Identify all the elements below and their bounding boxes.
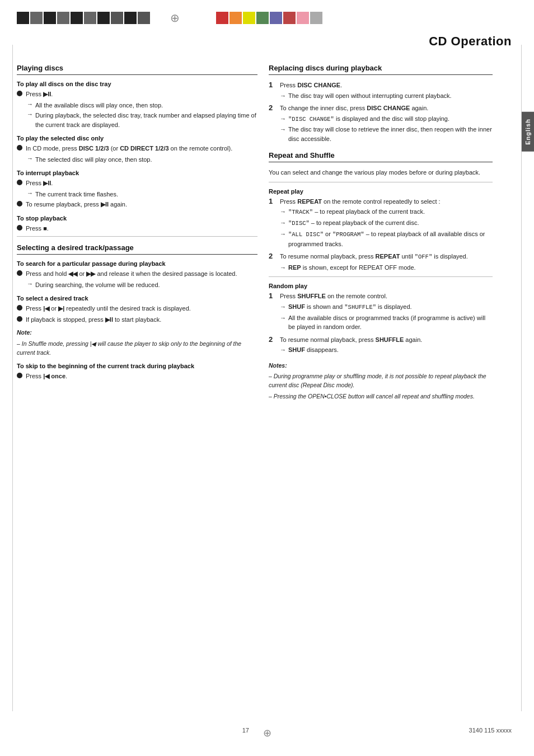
subsection-selected-disc: To play the selected disc only [17, 135, 257, 142]
bullet-dot [17, 316, 22, 322]
bullet-dot [17, 91, 22, 96]
sq9 [124, 12, 137, 24]
arrow-volume-reduced: → During searching, the volume will be r… [27, 280, 257, 290]
arrow-text: All the available discs or programmed tr… [288, 313, 493, 332]
bullet-text: Press |◀ or ▶| repeatedly until the desi… [26, 304, 257, 313]
repeat-numbered-1: 1 Press REPEAT on the remote control rep… [269, 197, 493, 250]
subsection-interrupt: To interrupt playback [17, 170, 257, 176]
bullet-dot [17, 225, 22, 231]
arrow-text: "DISC CHANGE" is displayed and the disc … [288, 114, 493, 124]
bullet-press-once: Press |◀ once. [17, 372, 257, 381]
bullet-dot [17, 180, 22, 185]
arrow-disc-change: → "DISC CHANGE" is displayed and the dis… [280, 114, 493, 124]
arrow-sym: → [280, 114, 286, 124]
random-numbered-2: 2 To resume normal playback, press SHUFF… [269, 335, 493, 356]
arrow-text: SHUF is shown and "SHUFFLE" is displayed… [288, 302, 493, 312]
arrow-text: The selected disc will play once, then s… [35, 155, 257, 165]
sq-r8 [310, 12, 322, 24]
bullet-text: Press ▶II. [26, 90, 257, 99]
bullet-dot [17, 201, 22, 206]
num-content: To resume normal playback, press REPEAT … [280, 252, 493, 273]
sq1 [17, 12, 29, 24]
arrow-text: The disc tray will open without interrup… [288, 91, 493, 101]
notes-label: Notes: [269, 361, 493, 370]
bullet-text: Press and hold ◀◀ or ▶▶ and release it w… [26, 269, 257, 279]
random-numbered-1: 1 Press SHUFFLE on the remote control. →… [269, 292, 493, 332]
sq-r4 [256, 12, 269, 24]
sq-r1 [216, 12, 228, 24]
sq8 [111, 12, 123, 24]
note-block: Note: – In Shuffle mode, pressing |◀ wil… [17, 328, 257, 357]
num-content: Press REPEAT on the remote control repea… [280, 197, 493, 250]
arrow-all-discs: → All the available discs will play once… [27, 101, 257, 110]
arrow-sym: → [280, 263, 286, 273]
sq2 [30, 12, 43, 24]
arrow-sym: → [27, 155, 33, 162]
color-squares-right [216, 12, 322, 24]
repeat-numbered-2: 2 To resume normal playback, press REPEA… [269, 252, 493, 273]
divider [269, 276, 493, 277]
arrow-sym: → [280, 302, 286, 312]
arrow-sym: → [280, 91, 286, 101]
arrow-text: SHUF disappears. [288, 345, 493, 355]
sq5 [71, 12, 83, 24]
color-squares-left [17, 12, 150, 24]
right-column: Replacing discs during playback 1 Press … [269, 57, 509, 403]
sq-r6 [283, 12, 296, 24]
section-track-title: Selecting a desired track/passage [17, 243, 257, 255]
divider [17, 236, 257, 237]
num-content: To resume normal playback, press SHUFFLE… [280, 335, 493, 356]
section-repeat-shuffle-title: Repeat and Shuffle [269, 151, 493, 162]
numbered-item-1: 1 Press DISC CHANGE. → The disc tray wil… [269, 81, 493, 101]
num-label: 1 [269, 197, 277, 205]
num-label: 2 [269, 335, 277, 344]
arrow-shuf-shown: → SHUF is shown and "SHUFFLE" is display… [280, 302, 493, 312]
arrow-sym: → [280, 218, 286, 228]
arrow-track-repeat: → "TRACK" – to repeat playback of the cu… [280, 207, 493, 217]
arrow-sym: → [280, 313, 286, 323]
arrow-text: All the available discs will play once, … [35, 101, 257, 110]
arrow-sym: → [27, 111, 33, 118]
num-label: 1 [269, 292, 277, 300]
num-label: 2 [269, 252, 277, 260]
margin-line-left [12, 45, 13, 711]
bullet-text: To resume playback, press ▶II again. [26, 200, 257, 209]
sq-r5 [270, 12, 282, 24]
bullet-text: Press ■. [26, 224, 257, 233]
catalog-number: 3140 115 xxxxx [469, 727, 512, 734]
arrow-text: During searching, the volume will be red… [35, 280, 257, 290]
sq3 [44, 12, 56, 24]
num-content: Press SHUFFLE on the remote control. → S… [280, 292, 493, 332]
sq6 [84, 12, 96, 24]
divider [269, 182, 493, 182]
bullet-text: Press ▶II. [26, 179, 257, 188]
bullet-interrupt-press: Press ▶II. [17, 179, 257, 188]
bullet-resume-playback: To resume playback, press ▶II again. [17, 200, 257, 209]
bullet-dot [17, 305, 22, 311]
bullet-dot [17, 270, 22, 276]
numbered-item-2: 2 To change the inner disc, press DISC C… [269, 104, 493, 144]
arrow-sym: → [280, 207, 286, 217]
num-label: 1 [269, 81, 277, 89]
num-label: 2 [269, 104, 277, 112]
sq7 [97, 12, 110, 24]
arrow-text: REP is shown, except for REPEAT OFF mode… [288, 263, 493, 273]
main-content: Playing discs To play all discs on the d… [0, 57, 534, 403]
subsection-stop: To stop playback [17, 215, 257, 222]
page-number: 17 [242, 727, 249, 734]
arrow-text: During playback, the selected disc tray,… [35, 111, 257, 129]
arrow-text: "ALL DISC" or "PROGRAM" – to repeat play… [288, 229, 493, 248]
compass-icon: ⊕ [167, 10, 182, 26]
bullet-press-play: Press ▶II. [17, 90, 257, 99]
subsection-repeat-play: Repeat play [269, 188, 493, 195]
bullet-press-skip: Press |◀ or ▶| repeatedly until the desi… [17, 304, 257, 313]
arrow-all-disc-repeat: → "ALL DISC" or "PROGRAM" – to repeat pl… [280, 229, 493, 248]
repeat-intro: You can select and change the various pl… [269, 168, 493, 177]
sq-r7 [297, 12, 309, 24]
bullet-text: In CD mode, press DISC 1/2/3 (or CD DIRE… [26, 144, 257, 153]
subsection-search-passage: To search for a particular passage durin… [17, 260, 257, 267]
arrow-sym: → [280, 345, 286, 355]
section-replacing-title: Replacing discs during playback [269, 64, 493, 75]
sq-r2 [229, 12, 242, 24]
arrow-text: "DISC" – to repeat playback of the curre… [288, 218, 493, 228]
